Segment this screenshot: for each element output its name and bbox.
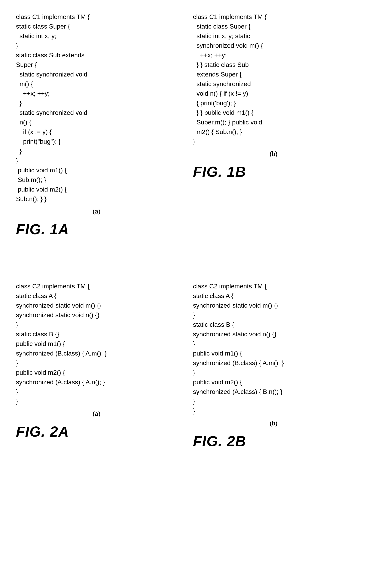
- figure-2a-label: FIG. 2A: [16, 423, 69, 440]
- figure-1a-code: class C1 implements TM { static class Su…: [16, 12, 90, 204]
- figure-2b-caption: (b): [193, 420, 354, 427]
- figure-1a-panel: class C1 implements TM { static class Su…: [16, 12, 177, 238]
- page: class C1 implements TM { static class Su…: [16, 12, 354, 449]
- figure-1b-panel: class C1 implements TM { static class Su…: [193, 12, 354, 180]
- spacer: [16, 253, 354, 265]
- figure-2b-panel: class C2 implements TM { static class A …: [193, 281, 354, 449]
- figure-2b-label: FIG. 2B: [193, 433, 246, 449]
- figure-1b-caption: (b): [193, 150, 354, 158]
- figure-2a-panel: class C2 implements TM { static class A …: [16, 281, 177, 440]
- figure-1b-label: FIG. 1B: [193, 164, 246, 180]
- figure-1a-label: FIG. 1A: [16, 221, 69, 238]
- figure-1a-caption: (a): [16, 208, 177, 215]
- figure-2-row: class C2 implements TM { static class A …: [16, 281, 354, 449]
- figure-1b-code: class C1 implements TM { static class Su…: [193, 12, 267, 146]
- figure-1-row: class C1 implements TM { static class Su…: [16, 12, 354, 238]
- figure-2a-code: class C2 implements TM { static class A …: [16, 281, 107, 406]
- figure-2a-caption: (a): [16, 410, 177, 417]
- figure-2b-code: class C2 implements TM { static class A …: [193, 281, 284, 416]
